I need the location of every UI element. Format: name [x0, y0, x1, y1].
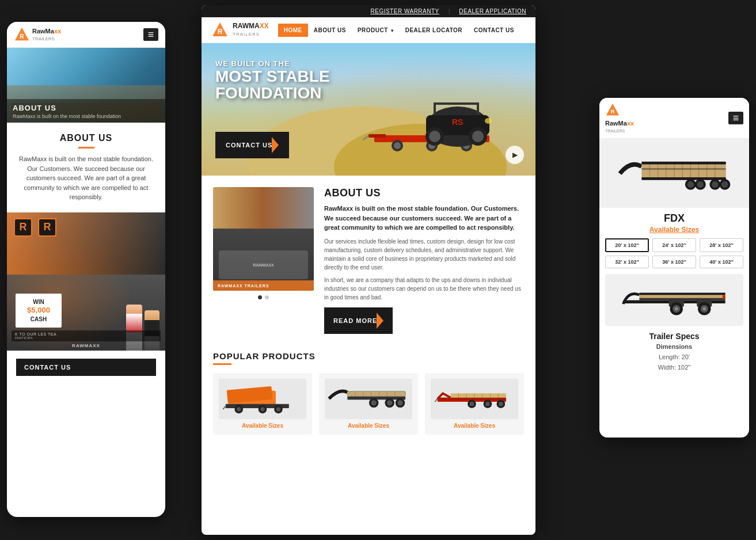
rawmaxx-footer-logo: RAWMAXX [72, 343, 100, 348]
right-mobile-header: R RawMaxxTRAILERS ≡ [599, 98, 749, 139]
svg-point-80 [697, 181, 704, 187]
svg-point-20 [485, 118, 492, 124]
hero-text-block: WE BUILT ON THE MOST STABLE FOUNDATION [215, 59, 330, 102]
svg-rect-5 [368, 134, 386, 138]
trade-show-people [126, 305, 159, 351]
size-btn-4[interactable]: 32' x 102" [605, 256, 649, 268]
image-dots [213, 295, 314, 299]
play-button[interactable]: ▶ [506, 146, 524, 164]
svg-point-25 [237, 407, 241, 411]
sizes-grid: 20' x 102" 24' x 102" 28' x 102" 32' x 1… [599, 238, 749, 274]
svg-point-29 [276, 407, 280, 411]
svg-point-27 [260, 407, 264, 411]
fdx-product-title: FDX [599, 208, 749, 226]
about-text-column: ABOUT US RawMaxx is built on the most st… [324, 187, 524, 334]
left-hero-overlay: ABOUT US RawMaxx is built on the most st… [7, 99, 165, 123]
size-btn-2[interactable]: 24' x 102" [652, 238, 696, 252]
left-mobile-hero: ABOUT US RawMaxx is built on the most st… [7, 48, 165, 123]
hero-section: RS WE BUILT ON THE MOST STABLE FOUNDATIO… [202, 43, 535, 176]
left-hero-sub: RawMaxx is built on the most stable foun… [13, 113, 159, 119]
dealer-application-link[interactable]: DEALER APPLICATION [459, 8, 526, 14]
left-contact-us-button[interactable]: CONTACT US [16, 359, 156, 376]
svg-point-96 [702, 307, 706, 311]
product-3-available-sizes[interactable]: Available Sizes [431, 423, 518, 429]
left-mobile-header: R RawMaxxTRAILERS ≡ [7, 22, 165, 48]
svg-rect-31 [347, 391, 405, 397]
svg-point-58 [485, 402, 489, 406]
hero-title: MOST STABLE FOUNDATION [215, 68, 330, 102]
trailer-specs-section: Trailer Specs Dimensions Length: 20' Wid… [599, 326, 749, 377]
svg-rect-74 [641, 161, 725, 164]
available-sizes-label[interactable]: Available Sizes [599, 226, 749, 234]
nav-dealer-locator[interactable]: DEALER LOCATOR [400, 24, 468, 37]
hero-contact-us-button[interactable]: CONTACT US [215, 132, 289, 158]
svg-point-7 [394, 142, 401, 149]
popular-products-heading: POPULAR PRODUCTS [213, 351, 524, 361]
length-spec: Length: 20' [607, 352, 741, 363]
svg-text:R: R [20, 33, 24, 40]
svg-line-30 [223, 406, 226, 409]
left-mobile-preview: R RawMaxxTRAILERS ≡ ABOUT US RawMaxx is … [7, 22, 165, 517]
nav-home[interactable]: HOME [278, 24, 308, 37]
about-image-column: RAWMAXX RAWMAXX TRAILERS [213, 187, 314, 334]
left-mobile-about: ABOUT US RawMaxx is built on the most st… [7, 123, 165, 212]
navbar-logo: R RawMaxxTRAILERS [211, 21, 269, 39]
svg-point-78 [687, 181, 694, 187]
hamburger-icon[interactable]: ≡ [143, 28, 158, 41]
svg-line-12 [363, 136, 368, 140]
right-hamburger-icon[interactable]: ≡ [728, 112, 743, 124]
hero-subtitle: WE BUILT ON THE [215, 59, 330, 68]
trailer-side-image [605, 274, 743, 326]
size-btn-3[interactable]: 28' x 102" [700, 238, 743, 252]
product-1-available-sizes[interactable]: Available Sizes [219, 423, 306, 429]
svg-rect-86 [639, 293, 725, 295]
product-card-2: Available Sizes [319, 373, 418, 435]
svg-line-61 [435, 399, 438, 402]
about-content-section: RAWMAXX RAWMAXX TRAILERS ABOUT US RawMax… [202, 176, 535, 345]
hero-vehicle-image: RS [363, 72, 512, 164]
about-para-1: Our services include flexible lead times… [324, 237, 524, 272]
logo-icon: R [14, 26, 30, 43]
trailer-specs-heading: Trailer Specs [607, 332, 741, 341]
center-desktop-preview: REGISTER WARRANTY | DEALER APPLICATION R… [202, 5, 535, 535]
dot-1[interactable] [258, 295, 262, 299]
register-warranty-link[interactable]: REGISTER WARRANTY [371, 8, 439, 14]
size-btn-5[interactable]: 36' x 102" [652, 256, 696, 268]
product-card-3: Available Sizes [425, 373, 524, 435]
nav-contact-us[interactable]: CONTACT US [468, 24, 520, 37]
svg-point-45 [397, 400, 402, 405]
left-hero-label: ABOUT US [13, 104, 159, 112]
nav-product[interactable]: PRODUCT ▾ [352, 24, 400, 37]
dot-2[interactable] [265, 295, 269, 299]
utility-bar: REGISTER WARRANTY | DEALER APPLICATION [202, 5, 535, 17]
right-logo-text: RawMaxxTRAILERS [605, 120, 634, 134]
svg-point-18 [472, 131, 484, 142]
right-mobile-logo: R RawMaxxTRAILERS [605, 102, 634, 134]
popular-orange-divider [213, 363, 231, 365]
nav-about-us[interactable]: ABOUT US [308, 24, 352, 37]
svg-point-16 [429, 131, 440, 142]
svg-point-93 [675, 307, 678, 311]
svg-rect-64 [641, 162, 725, 178]
svg-rect-76 [641, 168, 725, 170]
size-btn-1[interactable]: 20' x 102" [605, 238, 649, 252]
dimensions-label: Dimensions [607, 343, 741, 350]
about-heading: ABOUT US [324, 187, 524, 199]
product-2-available-sizes[interactable]: Available Sizes [325, 423, 412, 429]
win-sign: WIN$5,000CASH [16, 294, 62, 328]
svg-point-56 [470, 402, 474, 406]
product-chevron: ▾ [391, 28, 394, 33]
size-btn-6[interactable]: 40' x 102" [700, 256, 743, 268]
navbar-logo-text: RawMaxxTRAILERS [233, 22, 269, 37]
product-image-2 [325, 379, 412, 419]
left-about-heading: ABOUT US [16, 133, 156, 143]
about-showroom-image: RAWMAXX RAWMAXX TRAILERS [213, 187, 314, 291]
svg-rect-47 [451, 393, 506, 397]
left-about-body: RawMaxx is built on the most stable foun… [16, 154, 156, 202]
navbar: R RawMaxxTRAILERS HOME ABOUT US PRODUCT … [202, 17, 535, 43]
svg-text:R: R [611, 108, 615, 115]
right-mobile-preview: R RawMaxxTRAILERS ≡ [599, 98, 749, 438]
navbar-logo-icon: R [211, 21, 229, 39]
read-more-button[interactable]: READ MORE [324, 307, 393, 334]
left-logo-text: RawMaxxTRAILERS [32, 28, 61, 42]
